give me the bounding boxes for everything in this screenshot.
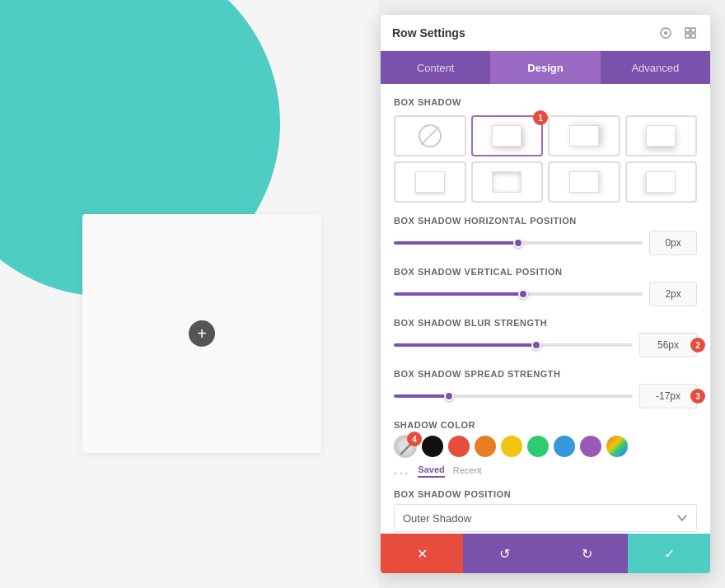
horizontal-position-control: 0px (394, 231, 697, 255)
horizontal-position-value[interactable]: 0px (649, 231, 697, 255)
panel-footer: ✕ ↺ ↻ ✓ (381, 534, 710, 573)
spread-strength-slider[interactable] (394, 394, 633, 398)
blur-strength-control: 56px 2 (394, 333, 697, 357)
color-swatch-green[interactable] (527, 436, 549, 457)
horizontal-position-slider[interactable] (394, 241, 643, 245)
undo-button[interactable]: ↺ (463, 534, 545, 573)
shadow-style-options: 1 (394, 115, 697, 203)
tab-design[interactable]: Design (490, 51, 600, 84)
save-button[interactable]: ✓ (628, 534, 710, 573)
vertical-position-control: 2px (394, 282, 697, 306)
horizontal-position-label: Box Shadow Horizontal Position (394, 216, 697, 226)
redo-button[interactable]: ↻ (545, 534, 628, 573)
tab-bar: Content Design Advanced (381, 51, 710, 84)
blur-value-wrap: 56px 2 (639, 333, 697, 357)
shadow-opt-6[interactable] (548, 161, 620, 203)
spread-strength-row: Box Shadow Spread Strength -17px 3 (394, 369, 697, 408)
color-tab-bar: ... Saved Recent (394, 463, 697, 478)
badge-2: 2 (690, 338, 705, 352)
spread-value-wrap: -17px 3 (639, 384, 697, 408)
color-swatch-blue[interactable] (554, 436, 575, 457)
white-card: + (82, 214, 321, 453)
color-swatches: 4 (394, 435, 697, 458)
color-swatch-orange[interactable] (475, 436, 496, 457)
shadow-color-label: Shadow Color (394, 420, 697, 430)
focus-icon[interactable] (657, 25, 674, 41)
cancel-button[interactable]: ✕ (381, 534, 463, 573)
shadow-position-label: Box Shadow Position (394, 489, 697, 499)
color-tab-recent[interactable]: Recent (453, 464, 482, 477)
vertical-position-slider[interactable] (394, 292, 643, 296)
blur-strength-slider[interactable] (394, 343, 633, 347)
color-swatch-yellow[interactable] (501, 436, 522, 457)
panel-body: Box Shadow 1 (381, 84, 710, 534)
canvas-area: + (0, 0, 379, 588)
shadow-opt-7[interactable] (625, 161, 698, 203)
expand-icon[interactable] (682, 25, 699, 41)
horizontal-position-row: Box Shadow Horizontal Position 0px (394, 216, 697, 255)
shadow-preview-6 (569, 171, 599, 193)
shadow-preview-2 (569, 125, 599, 147)
vertical-position-row: Box Shadow Vertical Position 2px (394, 267, 697, 306)
shadow-preview-4 (415, 171, 445, 193)
shadow-opt-2[interactable] (548, 115, 620, 156)
spread-strength-label: Box Shadow Spread Strength (394, 369, 697, 379)
shadow-preview-3 (646, 125, 676, 147)
box-shadow-label: Box Shadow (394, 97, 697, 107)
shadow-position-dropdown-wrap: Outer Shadow (394, 504, 697, 532)
vertical-position-value[interactable]: 2px (649, 282, 697, 306)
shadow-color-section: Shadow Color 4 (394, 420, 697, 478)
svg-rect-2 (685, 28, 690, 32)
shadow-opt-3[interactable] (625, 115, 698, 156)
no-shadow-icon (419, 124, 442, 147)
spread-strength-control: -17px 3 (394, 384, 697, 408)
color-swatch-black[interactable] (422, 436, 443, 457)
svg-point-1 (664, 31, 667, 35)
shadow-preview-1 (492, 125, 522, 147)
blur-strength-label: Box Shadow Blur Strength (394, 318, 697, 328)
svg-rect-4 (685, 34, 690, 38)
row-settings-panel: Row Settings Content Design Advanced (381, 15, 710, 573)
svg-rect-3 (691, 28, 695, 32)
shadow-preview-7 (646, 171, 676, 193)
vertical-position-label: Box Shadow Vertical Position (394, 267, 697, 277)
special-swatch-wrap: 4 (394, 435, 417, 458)
tab-content[interactable]: Content (381, 51, 490, 84)
shadow-opt-none[interactable] (394, 115, 466, 156)
shadow-opt-4[interactable] (394, 161, 466, 203)
badge-3: 3 (690, 389, 705, 404)
svg-rect-5 (691, 34, 695, 38)
header-icons (657, 25, 699, 41)
svg-line-7 (400, 453, 402, 455)
color-tab-saved[interactable]: Saved (418, 463, 444, 478)
badge-1: 1 (533, 110, 548, 125)
color-swatch-red[interactable] (448, 436, 470, 457)
shadow-position-row: Box Shadow Position Outer Shadow (394, 489, 697, 532)
shadow-opt-1[interactable]: 1 (471, 115, 544, 156)
shadow-position-dropdown[interactable]: Outer Shadow (394, 504, 697, 532)
color-more-dots[interactable]: ... (394, 463, 409, 478)
shadow-position-value: Outer Shadow (403, 512, 471, 525)
blur-strength-value[interactable]: 56px (639, 333, 697, 357)
blur-strength-row: Box Shadow Blur Strength 56px 2 (394, 318, 697, 357)
badge-4: 4 (407, 432, 422, 446)
panel-header: Row Settings (381, 15, 710, 51)
shadow-opt-5[interactable] (471, 161, 544, 203)
panel-title: Row Settings (392, 26, 465, 40)
shadow-preview-5 (492, 171, 522, 193)
tab-advanced[interactable]: Advanced (601, 51, 710, 84)
chevron-down-icon (676, 512, 688, 524)
color-swatch-gradient[interactable] (606, 436, 628, 457)
color-swatch-purple[interactable] (580, 436, 601, 457)
add-row-button[interactable]: + (189, 320, 215, 347)
spread-strength-value[interactable]: -17px (639, 384, 697, 408)
